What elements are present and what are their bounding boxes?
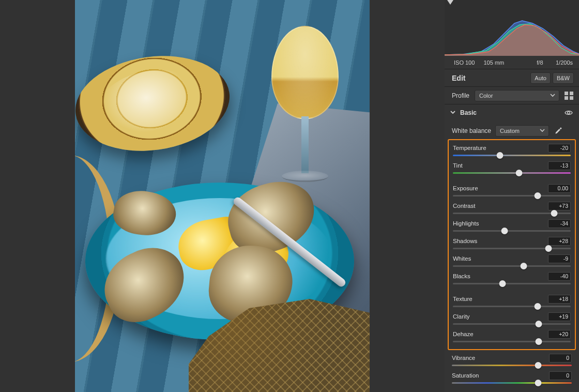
slider-thumb[interactable] [535, 192, 541, 199]
profile-browser-icon[interactable] [565, 92, 574, 100]
canvas-area [0, 0, 445, 392]
shadows-value[interactable]: +28 [548, 237, 571, 246]
slider-thumb[interactable] [535, 362, 542, 369]
vibrance-slider[interactable]: Vibrance0 [445, 352, 579, 370]
svg-point-0 [568, 112, 570, 114]
slider-thumb[interactable] [545, 245, 552, 252]
slider-thumb[interactable] [515, 170, 522, 176]
dehaze-slider[interactable]: Dehaze+20 [449, 328, 575, 346]
saturation-slider[interactable]: Saturation0 [445, 370, 579, 387]
blacks-value[interactable]: -40 [548, 272, 571, 281]
edit-header: Edit Auto B&W [445, 69, 579, 87]
exposure-slider[interactable]: Exposure0.00 [449, 183, 575, 200]
white-balance-row: White balance Custom [445, 123, 579, 139]
chevron-down-icon [450, 109, 456, 117]
clarity-value[interactable]: +19 [548, 312, 571, 321]
slider-thumb[interactable] [535, 303, 541, 310]
bw-button[interactable]: B&W [553, 72, 574, 84]
shadows-slider[interactable]: Shadows+28 [449, 235, 575, 253]
edit-title: Edit [452, 74, 528, 82]
exif-row: ISO 100 105 mm f/8 1/200s [445, 56, 579, 69]
slider-thumb[interactable] [535, 380, 542, 386]
chevron-down-icon [550, 92, 556, 99]
visibility-toggle-icon[interactable] [565, 109, 573, 117]
exif-focal: 105 mm [484, 59, 514, 66]
highlighted-adjustments: Temperature-20 Tint-13 Exposure0.00 Cont… [448, 139, 576, 350]
vibrance-value[interactable]: 0 [549, 354, 572, 363]
wb-eyedropper-icon[interactable] [553, 126, 563, 136]
slider-thumb[interactable] [520, 263, 527, 269]
slider-thumb[interactable] [536, 338, 542, 345]
exif-iso: ISO 100 [454, 59, 484, 66]
temperature-value[interactable]: -20 [548, 144, 571, 153]
highlights-slider[interactable]: Highlights-34 [449, 218, 575, 235]
chevron-down-icon [539, 127, 545, 134]
texture-slider[interactable]: Texture+18 [449, 293, 575, 311]
contrast-value[interactable]: +73 [548, 202, 571, 210]
blacks-slider[interactable]: Blacks-40 [449, 270, 575, 288]
dehaze-value[interactable]: +20 [548, 330, 571, 339]
clarity-slider[interactable]: Clarity+19 [449, 311, 575, 328]
profile-label: Profile [452, 92, 469, 99]
highlights-value[interactable]: -34 [548, 219, 571, 228]
basic-title: Basic [460, 109, 565, 116]
wb-select[interactable]: Custom [495, 125, 549, 137]
tint-value[interactable]: -13 [548, 161, 571, 170]
slider-thumb[interactable] [536, 321, 542, 327]
histogram[interactable] [445, 0, 579, 56]
slider-thumb[interactable] [497, 152, 504, 159]
saturation-value[interactable]: 0 [549, 371, 572, 380]
temperature-slider[interactable]: Temperature-20 [449, 142, 575, 160]
whites-slider[interactable]: Whites-9 [449, 253, 575, 270]
develop-panel: ISO 100 105 mm f/8 1/200s Edit Auto B&W … [445, 0, 579, 392]
wb-label: White balance [452, 127, 491, 134]
profile-value: Color [479, 93, 493, 99]
exif-aperture: f/8 [513, 59, 543, 66]
wb-value: Custom [500, 128, 520, 134]
exif-shutter: 1/200s [543, 59, 573, 66]
slider-thumb[interactable] [499, 280, 506, 287]
slider-thumb[interactable] [551, 210, 558, 217]
auto-button[interactable]: Auto [530, 72, 551, 84]
profile-select[interactable]: Color [475, 90, 559, 101]
texture-value[interactable]: +18 [548, 295, 571, 304]
basic-panel-header[interactable]: Basic [445, 104, 579, 121]
whites-value[interactable]: -9 [548, 254, 571, 263]
contrast-slider[interactable]: Contrast+73 [449, 200, 575, 218]
slider-thumb[interactable] [501, 228, 508, 234]
exposure-value[interactable]: 0.00 [548, 184, 571, 193]
profile-row: Profile Color [445, 87, 579, 104]
tint-slider[interactable]: Tint-13 [449, 160, 575, 177]
preview-image[interactable] [75, 0, 370, 392]
basic-panel-body: White balance Custom Temperature-20 Tint… [445, 121, 579, 392]
